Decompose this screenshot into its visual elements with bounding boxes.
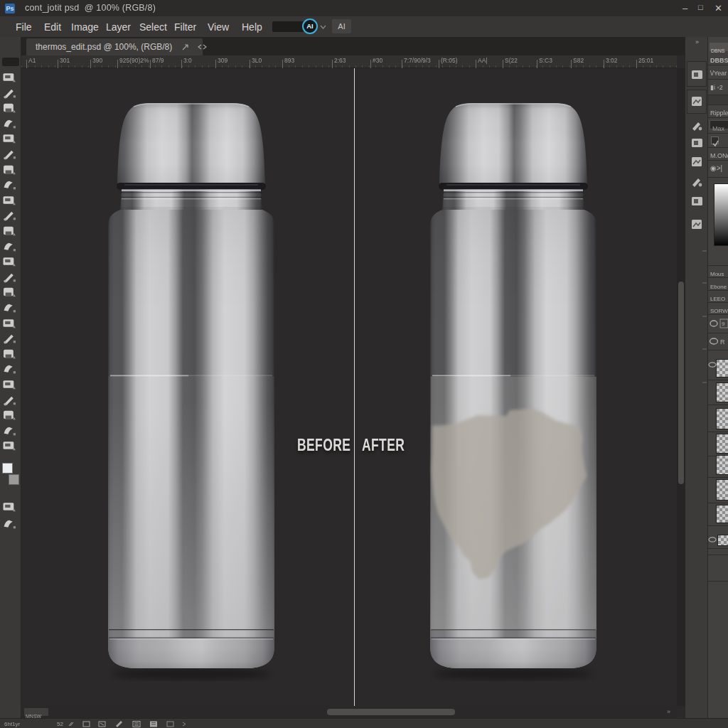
svg-text:R: R	[720, 338, 725, 346]
svg-text:9: 9	[722, 321, 725, 327]
